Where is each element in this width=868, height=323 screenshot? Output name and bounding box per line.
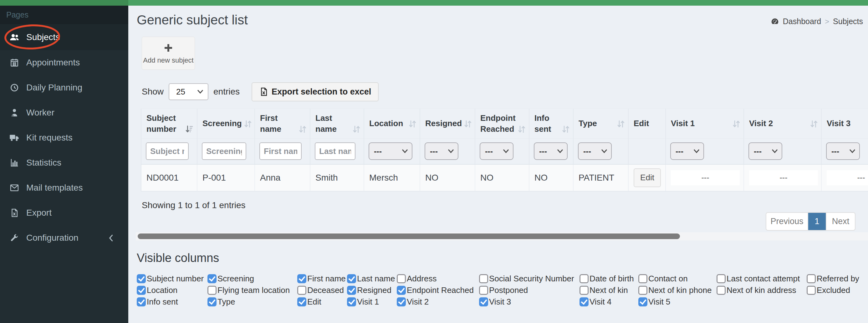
filter-select-resigned[interactable]: --- (425, 142, 458, 160)
column-header-visit-2[interactable]: Visit 2 (744, 109, 822, 139)
column-header-location[interactable]: Location (364, 109, 420, 139)
column-toggle-location[interactable]: Location (137, 286, 208, 295)
horizontal-scrollbar-track[interactable] (136, 232, 868, 240)
unchecked-checkbox-icon[interactable] (717, 286, 725, 295)
filter-input-last-name[interactable] (315, 142, 355, 160)
sidebar-item-worker[interactable]: Worker (0, 100, 128, 125)
column-header-subject-number[interactable]: Subject number (141, 109, 197, 139)
sidebar-item-statistics[interactable]: Statistics (0, 150, 128, 175)
column-header-visit-1[interactable]: Visit 1 (665, 109, 744, 139)
unchecked-checkbox-icon[interactable] (397, 274, 406, 283)
filter-input-subject-number[interactable] (146, 142, 189, 160)
unchecked-checkbox-icon[interactable] (208, 286, 217, 295)
visit-value-box[interactable]: --- (671, 170, 740, 185)
filter-select-type[interactable]: --- (578, 142, 612, 160)
sidebar-item-daily-planning[interactable]: Daily Planning (0, 75, 128, 100)
column-header-last-name[interactable]: Last name (310, 109, 364, 139)
column-toggle-next-of-kin[interactable]: Next of kin (580, 286, 638, 295)
add-new-subject-button[interactable]: Add new subject (142, 37, 195, 70)
column-toggle-flying-team-location[interactable]: Flying team location (208, 286, 297, 295)
unchecked-checkbox-icon[interactable] (297, 286, 306, 295)
unchecked-checkbox-icon[interactable] (580, 274, 589, 283)
sidebar-item-configuration[interactable]: Configuration (0, 225, 128, 251)
column-header-info-sent[interactable]: Info sent (529, 109, 573, 139)
checked-checkbox-icon[interactable] (347, 286, 356, 295)
column-toggle-resigned[interactable]: Resigned (347, 286, 397, 295)
page-size-select[interactable]: 25 (169, 83, 208, 100)
column-toggle-last-contact-attempt[interactable]: Last contact attempt (717, 274, 807, 284)
visit-value-box[interactable]: --- (827, 170, 868, 185)
filter-select-info-sent[interactable]: --- (534, 142, 568, 160)
visit-value-box[interactable]: --- (749, 170, 818, 185)
filter-input-first-name[interactable] (259, 142, 302, 160)
filter-select-visit-2[interactable]: --- (748, 142, 782, 160)
column-toggle-info-sent[interactable]: Info sent (137, 297, 208, 307)
unchecked-checkbox-icon[interactable] (807, 286, 816, 295)
checked-checkbox-icon[interactable] (397, 297, 406, 306)
filter-input-screening[interactable] (202, 142, 246, 160)
column-toggle-subject-number[interactable]: Subject number (137, 274, 208, 284)
checked-checkbox-icon[interactable] (479, 297, 488, 306)
column-toggle-type[interactable]: Type (208, 297, 297, 307)
sidebar-item-subjects[interactable]: Subjects (0, 24, 128, 50)
column-toggle-visit-3[interactable]: Visit 3 (479, 297, 580, 307)
pagination-next-button[interactable]: Next (826, 213, 855, 230)
filter-select-visit-3[interactable]: --- (826, 142, 860, 160)
sidebar-item-mail-templates[interactable]: Mail templates (0, 175, 128, 200)
column-toggle-referred-by[interactable]: Referred by (807, 274, 867, 284)
pagination-previous-button[interactable]: Previous (766, 213, 808, 230)
column-toggle-screening[interactable]: Screening (208, 274, 297, 284)
unchecked-checkbox-icon[interactable] (638, 274, 647, 283)
column-toggle-contact-on[interactable]: Contact on (638, 274, 717, 284)
column-toggle-edit[interactable]: Edit (297, 297, 347, 307)
horizontal-scrollbar-thumb[interactable] (138, 234, 680, 239)
column-toggle-last-name[interactable]: Last name (347, 274, 397, 284)
sidebar-item-appointments[interactable]: Appointments (0, 50, 128, 75)
unchecked-checkbox-icon[interactable] (479, 286, 488, 295)
column-toggle-date-of-birth[interactable]: Date of birth (580, 274, 638, 284)
column-toggle-social-security-number[interactable]: Social Security Number (479, 274, 580, 284)
column-toggle-visit-2[interactable]: Visit 2 (397, 297, 479, 307)
column-toggle-excluded[interactable]: Excluded (807, 286, 867, 295)
checked-checkbox-icon[interactable] (347, 297, 356, 306)
column-header-type[interactable]: Type (573, 109, 628, 139)
export-selection-button[interactable]: Export selection to excel (252, 82, 379, 101)
checked-checkbox-icon[interactable] (208, 297, 217, 306)
column-toggle-endpoint-reached[interactable]: Endpoint Reached (397, 286, 479, 295)
column-toggle-visit-1[interactable]: Visit 1 (347, 297, 397, 307)
column-toggle-visit-4[interactable]: Visit 4 (580, 297, 638, 307)
checked-checkbox-icon[interactable] (580, 297, 589, 306)
checked-checkbox-icon[interactable] (208, 274, 217, 283)
column-header-resigned[interactable]: Resigned (420, 109, 475, 139)
filter-select-visit-1[interactable]: --- (670, 142, 704, 160)
column-header-screening[interactable]: Screening (197, 109, 255, 139)
checked-checkbox-icon[interactable] (137, 274, 146, 283)
checked-checkbox-icon[interactable] (297, 274, 306, 283)
filter-select-location[interactable]: --- (369, 142, 412, 160)
column-toggle-deceased[interactable]: Deceased (297, 286, 347, 295)
checked-checkbox-icon[interactable] (137, 286, 146, 295)
checked-checkbox-icon[interactable] (297, 297, 306, 306)
edit-button[interactable]: Edit (633, 168, 661, 187)
checked-checkbox-icon[interactable] (347, 274, 356, 283)
column-toggle-next-of-kin-phone[interactable]: Next of kin phone (638, 286, 717, 295)
sidebar-item-export[interactable]: Export (0, 200, 128, 225)
unchecked-checkbox-icon[interactable] (807, 274, 816, 283)
unchecked-checkbox-icon[interactable] (717, 274, 725, 283)
checked-checkbox-icon[interactable] (397, 286, 406, 295)
column-toggle-visit-5[interactable]: Visit 5 (638, 297, 717, 307)
filter-select-endpoint-reached[interactable]: --- (480, 142, 514, 160)
column-header-endpoint-reached[interactable]: Endpoint Reached (475, 109, 529, 139)
sidebar-item-kit-requests[interactable]: Kit requests (0, 125, 128, 150)
breadcrumb-link-dashboard[interactable]: Dashboard (783, 17, 821, 26)
column-toggle-first-name[interactable]: First name (297, 274, 347, 284)
column-header-first-name[interactable]: First name (255, 109, 310, 139)
unchecked-checkbox-icon[interactable] (638, 286, 647, 295)
unchecked-checkbox-icon[interactable] (580, 286, 589, 295)
checked-checkbox-icon[interactable] (638, 297, 647, 306)
pagination-page-1-button[interactable]: 1 (808, 213, 826, 230)
column-toggle-postponed[interactable]: Postponed (479, 286, 580, 295)
column-toggle-address[interactable]: Address (397, 274, 479, 284)
column-toggle-next-of-kin-address[interactable]: Next of kin address (717, 286, 807, 295)
unchecked-checkbox-icon[interactable] (479, 274, 488, 283)
